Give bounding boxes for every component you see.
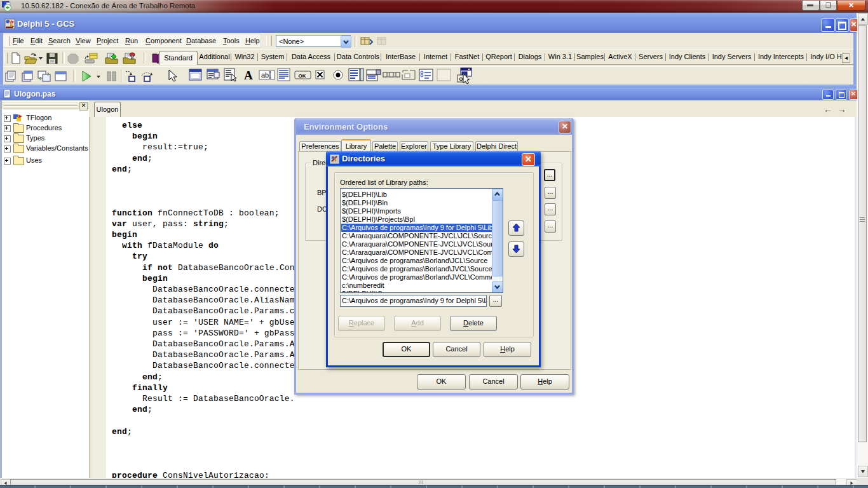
- svg-text:ab: ab: [261, 71, 269, 79]
- svg-text:A: A: [244, 69, 253, 82]
- svg-text:OK: OK: [299, 73, 306, 79]
